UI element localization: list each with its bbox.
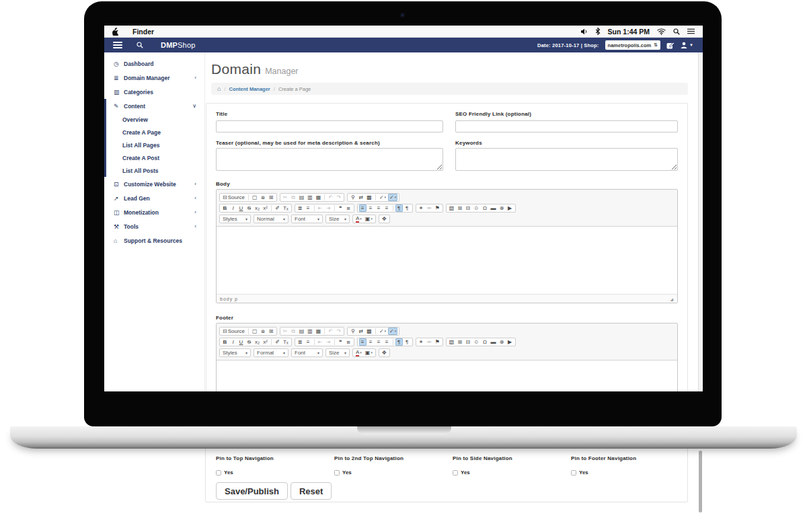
font-select[interactable]: Font▾: [291, 215, 323, 223]
bold-button[interactable]: B: [221, 204, 229, 212]
image-button[interactable]: ▧: [448, 204, 456, 212]
page-scrollbar-thumb[interactable]: [699, 451, 702, 512]
sidebar-item-domain-manager[interactable]: ≣ Domain Manager ‹: [104, 71, 204, 85]
cut-button[interactable]: ✂: [282, 328, 289, 335]
maximize-button[interactable]: ✥: [381, 215, 388, 223]
text-color-button[interactable]: A▾: [354, 215, 363, 223]
sidebar-item-tools[interactable]: ⚒ Tools ‹: [104, 219, 204, 233]
align-left-button[interactable]: ≡: [359, 338, 367, 346]
templates-button[interactable]: ⊞: [268, 194, 275, 201]
element-path[interactable]: body p: [220, 297, 238, 301]
undo-button[interactable]: ↶: [327, 194, 334, 201]
anchor-button[interactable]: ⚑: [434, 338, 441, 346]
table-button[interactable]: ⊞: [456, 204, 463, 212]
paste-plain-text-button[interactable]: ▥: [306, 194, 314, 201]
justify-button[interactable]: ≡: [383, 338, 391, 346]
decrease-indent-button[interactable]: ⇤: [317, 338, 324, 346]
volume-icon[interactable]: [580, 28, 588, 35]
bulleted-list-button[interactable]: ≡: [305, 204, 312, 212]
size-select[interactable]: Size▾: [325, 348, 350, 357]
smiley-button[interactable]: ☺: [472, 338, 480, 346]
footer-editor-content[interactable]: [217, 360, 677, 391]
spotlight-search-icon[interactable]: [673, 28, 680, 35]
select-all-button[interactable]: ▩: [365, 194, 373, 201]
strikethrough-button[interactable]: S: [245, 204, 253, 212]
find-button[interactable]: ⚲: [349, 328, 356, 335]
notification-center-icon[interactable]: [687, 28, 695, 34]
background-color-button[interactable]: ▣▾: [364, 215, 374, 223]
page-break-button[interactable]: ▬: [490, 338, 498, 346]
copy-formatting-button[interactable]: ✐: [274, 338, 281, 346]
preview-button[interactable]: ⧇: [260, 194, 267, 201]
paste-from-word-button[interactable]: ▦: [315, 194, 323, 201]
horizontal-rule-button[interactable]: ⊟: [464, 204, 471, 212]
bulleted-list-button[interactable]: ≡: [305, 338, 312, 346]
horizontal-rule-button[interactable]: ⊟: [464, 338, 471, 346]
align-center-button[interactable]: ≡: [367, 338, 375, 346]
sidebar-subitem-list-all-pages[interactable]: List All Pages: [106, 139, 204, 151]
strikethrough-button[interactable]: S: [245, 338, 253, 346]
scayt-button[interactable]: ✓▾: [388, 194, 397, 201]
iframe-button[interactable]: ⊕: [498, 338, 506, 346]
bold-button[interactable]: B: [221, 338, 229, 346]
scayt-button[interactable]: ✓▾: [388, 328, 397, 335]
text-direction-rtl-button[interactable]: ¶: [404, 338, 411, 346]
text-direction-ltr-button[interactable]: ¶: [395, 338, 403, 346]
edit-icon[interactable]: [666, 41, 675, 49]
increase-indent-button[interactable]: ⇥: [325, 204, 332, 212]
superscript-button[interactable]: x²: [262, 204, 269, 212]
title-input[interactable]: [216, 120, 443, 132]
increase-indent-button[interactable]: ⇥: [325, 338, 332, 346]
browser-scrollbar-track[interactable]: [698, 52, 703, 391]
copy-button[interactable]: ⧉: [290, 194, 297, 201]
wifi-icon[interactable]: [657, 28, 666, 35]
unlink-button[interactable]: ⚮: [426, 338, 433, 346]
new-page-button[interactable]: ▢: [251, 194, 259, 201]
find-button[interactable]: ⚲: [349, 194, 356, 201]
media-embed-button[interactable]: ▶: [506, 204, 514, 212]
pin-side-nav-checkbox[interactable]: [453, 470, 458, 476]
user-menu[interactable]: ▼: [681, 42, 693, 48]
numbered-list-button[interactable]: ≣: [297, 204, 304, 212]
breadcrumb-link-content-manager[interactable]: Content Manager: [229, 86, 270, 92]
menu-clock[interactable]: Sun 1:44 PM: [608, 28, 650, 36]
decrease-indent-button[interactable]: ⇤: [317, 204, 324, 212]
teaser-textarea[interactable]: [216, 148, 443, 171]
pin-footer-nav-checkbox[interactable]: [571, 470, 576, 476]
preview-button[interactable]: ⧇: [260, 328, 267, 335]
source-button[interactable]: ⊟Source: [221, 328, 246, 335]
paste-plain-text-button[interactable]: ▥: [306, 328, 314, 335]
paste-button[interactable]: ▤: [298, 194, 306, 201]
keywords-textarea[interactable]: [455, 148, 678, 171]
sidebar-item-lead-gen[interactable]: ↗ Lead Gen ‹: [104, 191, 204, 205]
iframe-button[interactable]: ⊕: [498, 204, 506, 212]
sidebar-subitem-list-all-posts[interactable]: List All Posts: [106, 164, 204, 177]
align-center-button[interactable]: ≡: [367, 204, 375, 212]
redo-button[interactable]: ↷: [335, 328, 342, 335]
resize-grip-icon[interactable]: ◢: [670, 297, 674, 301]
spell-checker-button[interactable]: ✓▾: [378, 328, 387, 335]
styles-select[interactable]: Styles▾: [219, 348, 251, 357]
text-color-button[interactable]: A▾: [354, 349, 363, 356]
font-select[interactable]: Font▾: [291, 348, 323, 357]
anchor-button[interactable]: ⚑: [434, 204, 441, 212]
shop-select[interactable]: nametropolis.com ⇅: [605, 40, 660, 50]
templates-button[interactable]: ⊞: [268, 328, 275, 335]
div-container-button[interactable]: ⧈: [345, 204, 352, 212]
copy-formatting-button[interactable]: ✐: [274, 204, 281, 212]
sidebar-subitem-create-a-page[interactable]: Create A Page: [106, 126, 204, 139]
seo-link-input[interactable]: [455, 120, 678, 132]
paste-from-word-button[interactable]: ▦: [315, 328, 323, 335]
reset-button[interactable]: Reset: [291, 482, 332, 500]
copy-button[interactable]: ⧉: [290, 328, 297, 335]
sidebar-toggle-icon[interactable]: [113, 42, 122, 48]
remove-format-button[interactable]: Tₓ: [282, 204, 290, 212]
align-left-button[interactable]: ≡: [359, 204, 367, 212]
brand-logo[interactable]: DMPShop: [161, 41, 196, 49]
numbered-list-button[interactable]: ≣: [297, 338, 304, 346]
blockquote-button[interactable]: ❝: [337, 338, 344, 346]
italic-button[interactable]: I: [229, 338, 237, 346]
maximize-button[interactable]: ✥: [381, 349, 388, 356]
body-editor-content[interactable]: [217, 227, 677, 294]
select-all-button[interactable]: ▩: [365, 328, 373, 335]
